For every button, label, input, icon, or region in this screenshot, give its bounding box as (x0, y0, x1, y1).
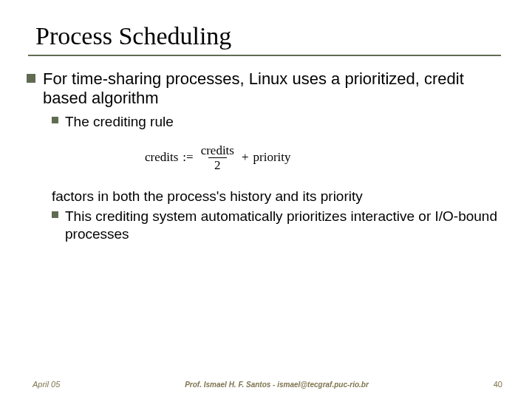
bullet-level2: The crediting rule (52, 113, 505, 131)
formula-fraction: credits 2 (198, 144, 237, 171)
formula: credits := credits 2 + priority (145, 144, 505, 171)
square-bullet-icon (52, 211, 58, 218)
footer-page-number: 40 (494, 380, 502, 389)
formula-assign: := (183, 150, 193, 165)
page-title: Process Scheduling (35, 22, 505, 50)
square-bullet-icon (27, 74, 35, 83)
bullet-level2-continuation: factors in both the process's history an… (52, 188, 505, 205)
continuation-text: factors in both the process's history an… (52, 188, 363, 204)
formula-rhs: priority (253, 150, 291, 165)
bullet-level2-text: The crediting rule (65, 113, 174, 131)
formula-denominator: 2 (208, 157, 227, 171)
bullet-level2: This crediting system automatically prio… (52, 208, 505, 243)
formula-lhs: credits (145, 150, 178, 165)
bullet-level1: For time-sharing processes, Linux uses a… (27, 69, 505, 109)
square-bullet-icon (52, 117, 58, 123)
title-divider (28, 55, 501, 56)
bullet-level1-text: For time-sharing processes, Linux uses a… (43, 69, 505, 109)
slide-footer: April 05 Prof. Ismael H. F. Santos - ism… (0, 380, 532, 389)
bullet-level2-text: This crediting system automatically prio… (65, 208, 505, 243)
formula-plus: + (242, 150, 249, 165)
formula-numerator: credits (198, 144, 237, 157)
footer-author: Prof. Ismael H. F. Santos - ismael@tecgr… (60, 381, 493, 389)
slide: Process Scheduling For time-sharing proc… (0, 0, 532, 399)
footer-date: April 05 (33, 380, 60, 389)
